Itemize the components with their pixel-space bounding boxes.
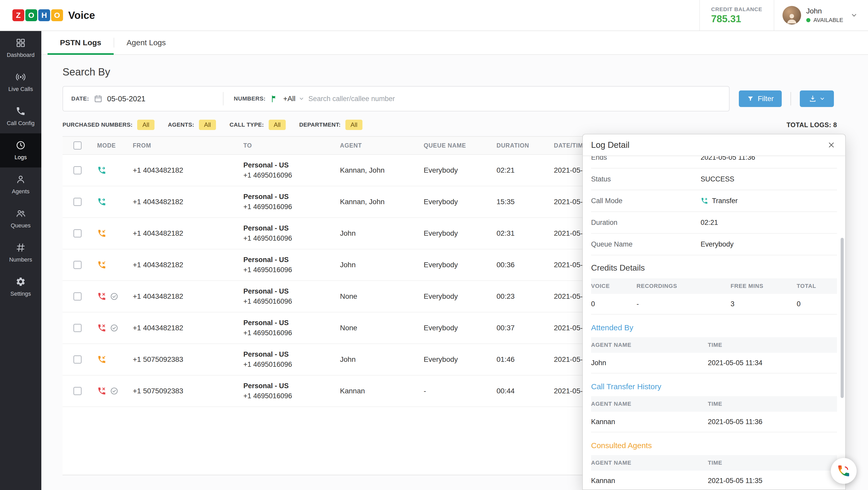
date-label: DATE: [71,95,89,102]
dashboard-icon [16,38,26,48]
to-number: +1 4695016096 [243,392,340,400]
row-checkbox[interactable] [73,261,82,269]
calendar-icon[interactable] [94,94,102,103]
check-circle-icon [110,324,118,332]
from-number: +1 4043482182 [133,198,243,206]
sidebar-item-agents[interactable]: Agents [0,167,41,202]
flag-icon [270,95,278,103]
sidebar-item-label: Call Config [7,120,35,127]
purchased-numbers-chip[interactable]: All [137,120,154,130]
logo-letter: Z [12,9,24,21]
numbers-all-dropdown[interactable]: +All [283,95,295,103]
attended-by-heading: Attended By [591,314,837,337]
logo-letter: H [38,9,50,21]
agent-name: John [591,359,708,367]
sidebar-item-label: Live Calls [8,86,33,93]
chevron-down-icon [819,96,825,101]
sidebar-item-call-config[interactable]: Call Config [0,99,41,133]
credits-header-row: VOICE RECORDINGS FREE MINS TOTAL [591,278,837,294]
voice-widget-button[interactable] [831,458,857,484]
close-icon[interactable] [826,139,837,151]
call-transfer-icon [701,197,708,205]
from-number: +1 5075092383 [133,387,243,395]
button-divider [790,92,791,105]
sidebar-item-label: Settings [10,290,31,297]
chevron-down-icon[interactable] [850,12,858,19]
sidebar-item-numbers[interactable]: Numbers [0,236,41,270]
department-chip[interactable]: All [345,120,363,130]
row-checkbox[interactable] [73,229,82,238]
detail-label: Ends [591,156,701,161]
sidebar-item-dashboard[interactable]: Dashboard [0,31,41,65]
log-detail-panel: Log Detail Ends 2021-05-05 11:36 Status … [582,134,846,490]
total-logs-label: TOTAL LOGS: [786,121,831,128]
total-logs: TOTAL LOGS: 8 [786,121,837,129]
row-checkbox[interactable] [73,292,82,301]
to-number: +1 4695016096 [243,329,340,337]
filter-chips-row: PURCHASED NUMBERS: All AGENTS: All CALL … [63,120,837,130]
duration: 00:37 [497,324,554,332]
column-header-from: FROM [133,142,243,149]
download-icon [809,95,817,103]
column-header-time: TIME [708,342,837,348]
panel-scrollbar[interactable] [841,238,844,398]
column-header-agent: AGENT [340,142,424,149]
column-header-agent-name: AGENT NAME [591,342,708,348]
chevron-down-icon[interactable] [299,96,304,101]
download-button[interactable] [800,90,834,107]
filter-button[interactable]: Filter [739,90,782,107]
detail-row-queue-name: Queue Name Everybody [591,234,837,255]
sidebar-item-queues[interactable]: Queues [0,202,41,236]
duration: 02:31 [497,229,554,238]
date-field[interactable]: 05-05-2021 [107,95,146,103]
row-checkbox[interactable] [73,324,82,332]
total-logs-value: 8 [833,121,837,128]
transfer-history-row: Kannan 2021-05-05 11:36 [591,412,837,432]
call-incoming-icon [97,260,106,270]
from-number: +1 4043482182 [133,229,243,238]
attended-by-row: John 2021-05-05 11:34 [591,353,837,373]
user-menu[interactable]: John AVAILABLE [774,6,861,25]
row-checkbox[interactable] [73,166,82,175]
to-number: +1 4695016096 [243,171,340,179]
sidebar-item-live-calls[interactable]: Live Calls [0,65,41,99]
search-input[interactable] [308,95,721,103]
select-all-checkbox[interactable] [73,141,82,150]
row-checkbox[interactable] [73,355,82,364]
duration: 00:36 [497,261,554,269]
agent-name: John [340,355,424,364]
duration: 02:21 [497,166,554,175]
agent-name: None [340,292,424,301]
clipped-detail-row: Ends 2021-05-05 11:36 [591,156,837,169]
row-checkbox[interactable] [73,198,82,206]
from-number: +1 5075092383 [133,355,243,364]
agent-name: Kannan, John [340,198,424,206]
credit-balance-value: 785.31 [711,13,762,25]
call-config-icon [16,106,26,116]
avatar[interactable] [782,6,801,25]
consulted-agents-row: Kannan 2021-05-05 11:35 [591,470,837,490]
detail-label: Duration [591,219,701,227]
search-bar: DATE: 05-05-2021 NUMBERS: +All [63,86,730,112]
to-number: +1 4695016096 [243,298,340,305]
duration: 15:35 [497,198,554,206]
row-checkbox[interactable] [73,387,82,395]
queues-icon [16,208,26,219]
call-type-chip[interactable]: All [269,120,286,130]
to-name: Personal - US [243,319,340,327]
tab-agent-logs[interactable]: Agent Logs [114,31,178,54]
department-label: DEPARTMENT: [299,121,340,128]
detail-value: Transfer [712,197,738,205]
tab-pstn-logs[interactable]: PSTN Logs [48,31,114,54]
consulted-agents-heading: Consulted Agents [591,432,837,455]
call-transfer-icon [97,197,106,207]
sidebar-item-logs[interactable]: Logs [0,133,41,167]
agent-name: Kannan [340,387,424,395]
column-header-agent-name: AGENT NAME [591,460,708,466]
sidebar-item-settings[interactable]: Settings [0,270,41,304]
credits-details-heading: Credits Details [591,255,837,278]
detail-label: Status [591,175,701,183]
to-name: Personal - US [243,193,340,201]
call-incoming-icon [97,355,106,364]
agents-chip[interactable]: All [199,120,216,130]
